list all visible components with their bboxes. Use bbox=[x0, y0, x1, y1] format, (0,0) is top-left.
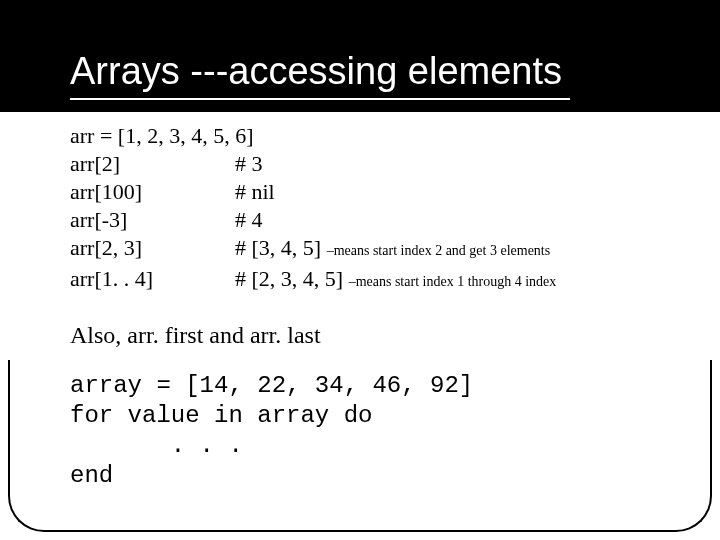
code-left: arr[-3] bbox=[70, 206, 235, 234]
title-bar: Arrays ---accessing elements bbox=[0, 0, 720, 112]
slide-title: Arrays ---accessing elements bbox=[70, 50, 562, 93]
code-right: # nil bbox=[235, 179, 275, 204]
frame-bottom bbox=[88, 530, 632, 532]
slide: Arrays ---accessing elements arr = [1, 2… bbox=[0, 0, 720, 540]
code-note: –means start index 1 through 4 index bbox=[349, 274, 557, 289]
code-left: arr[2] bbox=[70, 150, 235, 178]
frame-corner-bl bbox=[8, 450, 90, 532]
frame-side-left bbox=[8, 360, 10, 452]
code-line: arr[100]# nil bbox=[70, 178, 680, 206]
code-right: # [3, 4, 5] bbox=[235, 235, 327, 260]
code-right: # 4 bbox=[235, 207, 263, 232]
code-right: # [2, 3, 4, 5] bbox=[235, 266, 349, 291]
code-line: arr = [1, 2, 3, 4, 5, 6] bbox=[70, 122, 680, 150]
code-line: arr[-3]# 4 bbox=[70, 206, 680, 234]
code-left: arr[100] bbox=[70, 178, 235, 206]
code-left: arr[2, 3] bbox=[70, 234, 235, 262]
code-line: arr[1. . 4]# [2, 3, 4, 5] –means start i… bbox=[70, 265, 680, 296]
code-left: arr[1. . 4] bbox=[70, 265, 235, 293]
code-note: –means start index 2 and get 3 elements bbox=[327, 243, 551, 258]
title-underline bbox=[70, 98, 570, 100]
code-block: array = [14, 22, 34, 46, 92] for value i… bbox=[70, 371, 680, 491]
code-text: arr = [1, 2, 3, 4, 5, 6] bbox=[70, 123, 253, 148]
code-right: # 3 bbox=[235, 151, 263, 176]
frame-corner-br bbox=[630, 450, 712, 532]
also-text: Also, arr. first and arr. last bbox=[70, 322, 680, 349]
code-line: arr[2, 3]# [3, 4, 5] –means start index … bbox=[70, 234, 680, 265]
slide-content: arr = [1, 2, 3, 4, 5, 6] arr[2]# 3 arr[1… bbox=[70, 122, 680, 491]
code-line: arr[2]# 3 bbox=[70, 150, 680, 178]
frame-side-right bbox=[710, 360, 712, 452]
